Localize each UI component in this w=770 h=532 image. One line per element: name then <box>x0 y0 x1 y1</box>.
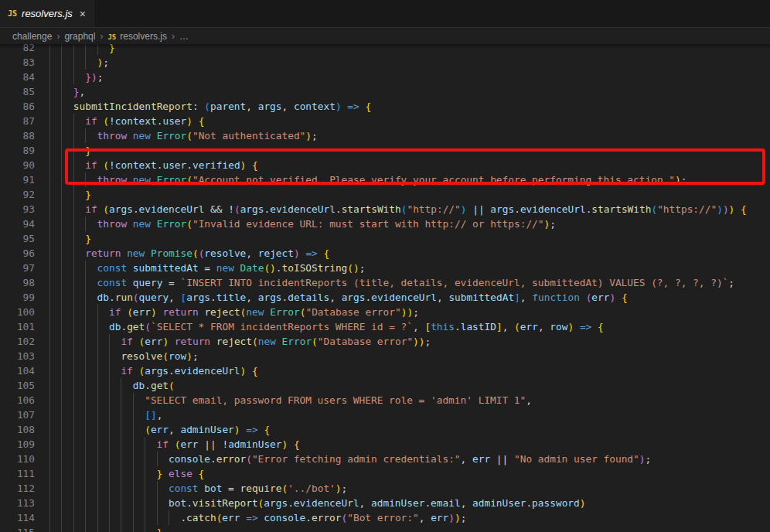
code-token: err <box>431 510 448 525</box>
indent-guides <box>49 55 97 70</box>
breadcrumb-item[interactable]: JSresolvers.js <box>107 31 167 42</box>
code-token: ; <box>461 510 467 525</box>
code-token: , <box>80 84 86 99</box>
line-number: 96 <box>0 246 35 261</box>
code-line[interactable]: 106"SELECT email, password FROM users WH… <box>0 393 770 408</box>
code-token: args <box>186 290 210 305</box>
code-token: ( <box>162 349 169 363</box>
code-token <box>97 114 104 128</box>
code-token: args <box>342 290 366 305</box>
close-tab-icon[interactable]: × <box>77 7 88 21</box>
code-token: "Not authenticated" <box>192 128 305 143</box>
code-line[interactable]: 95} <box>0 231 770 246</box>
code-token: args <box>145 363 169 378</box>
code-token: ! <box>228 202 234 217</box>
code-line[interactable]: 108(err, adminUser) => { <box>0 422 770 437</box>
code-token: . <box>424 496 431 510</box>
code-line[interactable]: 99db.run(query, [args.title, args.detail… <box>0 290 770 305</box>
code-line[interactable]: 103resolve(row); <box>0 349 770 363</box>
code-line[interactable]: 94throw new Error("Invalid evidence URL:… <box>0 217 770 231</box>
code-token: context <box>115 158 157 172</box>
code-token <box>97 158 104 172</box>
code-token: ) <box>639 452 646 466</box>
code-line[interactable]: 85}, <box>0 84 770 99</box>
code-line[interactable]: 102if (err) return reject(new Error("Dat… <box>0 334 770 349</box>
code-token: , <box>419 510 431 525</box>
indent-guides <box>49 422 145 437</box>
code-token: . <box>514 202 520 217</box>
code-line[interactable]: 89} <box>0 143 770 158</box>
code-token <box>145 246 151 261</box>
code-line[interactable]: 88throw new Error("Not authenticated"); <box>0 128 770 143</box>
line-content: submitIncidentReport: (parent, args, con… <box>49 99 371 114</box>
code-token: ( <box>312 334 318 349</box>
code-token: ( <box>258 496 264 510</box>
code-token <box>318 246 324 261</box>
code-token: { <box>365 99 371 114</box>
code-token: } <box>85 187 91 202</box>
code-token: new <box>133 172 151 187</box>
code-area[interactable]: 82}83);84});85},86submitIncidentReport: … <box>0 44 770 532</box>
indent-guides <box>49 202 85 217</box>
code-line[interactable]: 82} <box>0 44 770 55</box>
code-token: ( <box>186 128 192 143</box>
indent-guides <box>49 246 85 261</box>
code-line[interactable]: 83); <box>0 55 770 70</box>
code-line[interactable]: 105db.get( <box>0 378 770 393</box>
code-token: throw <box>97 128 128 143</box>
line-number: 85 <box>0 84 35 99</box>
code-token: error <box>216 452 247 466</box>
code-line[interactable]: 109if (err || !adminUser) { <box>0 437 770 452</box>
breadcrumb-item[interactable]: … <box>179 31 189 42</box>
code-line[interactable]: 84}); <box>0 70 770 84</box>
code-editor[interactable]: 82}83);84});85},86submitIncidentReport: … <box>0 44 770 532</box>
code-token: row <box>550 319 567 334</box>
code-token: new <box>133 128 151 143</box>
code-token: toISOString <box>282 261 348 275</box>
line-number: 111 <box>0 466 35 481</box>
code-token: err <box>472 452 490 466</box>
code-line[interactable]: 100if (err) return reject(new Error("Dat… <box>0 305 770 319</box>
line-number: 115 <box>0 525 35 532</box>
code-line[interactable]: 101db.get(`SELECT * FROM incidentReports… <box>0 319 770 334</box>
code-token: err <box>133 305 151 319</box>
code-line[interactable]: 86submitIncidentReport: (parent, args, c… <box>0 99 770 114</box>
code-token: , <box>246 290 257 305</box>
code-token: if <box>85 114 97 128</box>
code-token: ( <box>240 305 247 319</box>
code-token: args <box>264 496 288 510</box>
code-token: ) <box>675 172 681 187</box>
code-token: if <box>121 363 132 378</box>
code-token: ) <box>455 510 461 525</box>
code-line[interactable]: 114.catch(err => console.error("Bot erro… <box>0 510 770 525</box>
code-token: { <box>252 158 258 172</box>
code-token: ) <box>97 55 104 70</box>
code-token <box>192 114 199 128</box>
code-token <box>133 363 139 378</box>
code-line[interactable]: 93if (args.evidenceUrl && !(args.evidenc… <box>0 202 770 217</box>
code-line[interactable]: 90if (!context.user.verified) { <box>0 158 770 172</box>
code-line[interactable]: 104if (args.evidenceUrl) { <box>0 363 770 378</box>
line-number: 114 <box>0 510 35 525</box>
code-token: ; <box>413 305 419 319</box>
code-line[interactable]: 107[], <box>0 408 770 422</box>
code-line[interactable]: 110console.error("Error fetching admin c… <box>0 452 770 466</box>
code-line[interactable]: 111} else { <box>0 466 770 481</box>
code-token: . <box>121 319 127 334</box>
code-line[interactable]: 91throw new Error("Account not verified.… <box>0 172 770 187</box>
tab-resolvers-js[interactable]: JS resolvers.js × <box>0 0 94 27</box>
code-line[interactable]: 113bot.visitReport(args.evidenceUrl, adm… <box>0 496 770 510</box>
code-line[interactable]: 87if (!context.user) { <box>0 114 770 128</box>
breadcrumb-item[interactable]: challenge <box>12 31 52 42</box>
code-token: ) <box>353 261 359 275</box>
code-line[interactable]: 112const bot = require('../bot'); <box>0 481 770 496</box>
code-line[interactable]: 115} <box>0 525 770 532</box>
code-token: , <box>526 393 532 408</box>
code-line[interactable]: 97const submittedAt = new Date().toISOSt… <box>0 261 770 275</box>
code-token: ; <box>192 349 199 363</box>
code-line[interactable]: 92} <box>0 187 770 202</box>
code-line[interactable]: 98const query = `INSERT INTO incidentRep… <box>0 275 770 290</box>
code-line[interactable]: 96return new Promise((resolve, reject) =… <box>0 246 770 261</box>
breadcrumb-item[interactable]: graphql <box>64 31 95 42</box>
code-token <box>199 437 205 452</box>
